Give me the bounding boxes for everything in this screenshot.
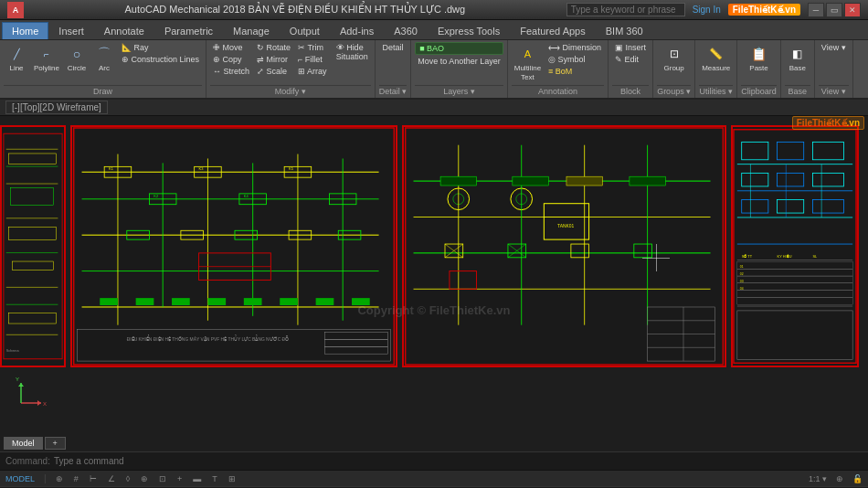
status-workspace[interactable]: ⊕: [834, 474, 845, 483]
site-logo: FileThiếtKế.vn: [728, 4, 800, 16]
svg-text:K2: K2: [153, 194, 158, 198]
sign-in-label[interactable]: Sign In: [693, 5, 721, 15]
ribbon-group-layers: ■ BAO Move to Another Layer Layers ▾: [411, 40, 508, 98]
svg-rect-105: [742, 200, 768, 214]
status-dyn[interactable]: +: [175, 474, 184, 483]
ribbon-group-clipboard: 📋 Paste Clipboard: [737, 40, 781, 98]
status-lock[interactable]: 🔓: [851, 474, 864, 483]
stretch-button[interactable]: ↔ Stretch: [210, 66, 252, 77]
multiline-text-button[interactable]: A MultilineText: [512, 42, 544, 83]
tab-bim360[interactable]: BIM 360: [596, 22, 653, 39]
tab-expresstools[interactable]: Express Tools: [428, 22, 510, 39]
svg-rect-46: [316, 298, 334, 305]
array-button[interactable]: ⊞ Array: [295, 66, 330, 77]
viewport-label[interactable]: [-][Top][2D Wireframe]: [5, 101, 108, 114]
ray-button[interactable]: 📐 Ray: [119, 42, 202, 53]
dimension-button[interactable]: ⟷ Dimension: [545, 42, 604, 53]
window-title: AutoCAD Mechanical 2018 BẢN VẼ ĐIỆN ĐIỀU…: [24, 4, 566, 16]
view-button[interactable]: View ▾: [819, 42, 849, 53]
ucs-icon: X Y: [14, 374, 50, 410]
tab-annotate[interactable]: Annotate: [94, 22, 154, 39]
line-button[interactable]: ╱ Line: [4, 42, 29, 75]
detail-button[interactable]: Detail: [379, 42, 406, 53]
svg-text:Y: Y: [16, 377, 19, 382]
svg-rect-9: [12, 261, 53, 270]
tab-addins[interactable]: Add-ins: [330, 22, 384, 39]
svg-rect-0: [4, 133, 62, 359]
rotate-button[interactable]: ↻ Rotate: [254, 42, 293, 53]
svg-rect-104: [812, 173, 843, 186]
group-button[interactable]: ⊡ Group: [662, 42, 687, 75]
circle-button[interactable]: ○ Circle: [64, 42, 90, 75]
mirror-button[interactable]: ⇌ Mirror: [254, 54, 293, 65]
drawing-area[interactable]: Schema: [0, 116, 868, 451]
svg-rect-101: [812, 142, 843, 159]
model-tab[interactable]: Model: [4, 437, 43, 450]
paste-button[interactable]: 📋 Paste: [746, 42, 772, 75]
tab-featuredapps[interactable]: Featured Apps: [510, 22, 596, 39]
title-search-input[interactable]: [566, 3, 685, 16]
status-tpy[interactable]: T: [210, 474, 219, 483]
symbol-button[interactable]: ◎ Symbol: [545, 54, 604, 65]
arc-button[interactable]: ⌒ Arc: [91, 42, 117, 75]
ribbon-group-block: ▣ Insert ✎ Edit Block: [609, 40, 653, 98]
multiline-text-icon: A: [517, 44, 537, 64]
layer-bao-button[interactable]: ■ BAO: [415, 42, 503, 55]
app-logo: A: [7, 2, 24, 18]
ribbon-group-groups: ⊡ Group Groups ▾: [653, 40, 695, 98]
status-qp[interactable]: ⊞: [227, 474, 238, 483]
restore-button[interactable]: ▭: [826, 3, 842, 17]
svg-rect-119: [737, 291, 852, 298]
sheet-2: ĐIỀU KHIỂN ĐIỆN HỆ THỐNG MÁY VẶN PVF HỆ …: [70, 125, 397, 367]
ribbon-group-draw: ╱ Line ⌐ Polyline ○ Circle ⌒ Arc 📐 Ray ⊕…: [0, 40, 206, 98]
tab-parametric[interactable]: Parametric: [154, 22, 223, 39]
measure-button[interactable]: 📏 Measure: [699, 42, 733, 75]
hide-situation-button[interactable]: 👁 HideSituation: [333, 42, 371, 62]
status-isnap[interactable]: ◊: [124, 474, 132, 483]
status-snap[interactable]: ⊕: [54, 474, 65, 483]
construction-lines-button[interactable]: ⊕ Construction Lines: [119, 54, 202, 65]
status-annotation-scale[interactable]: 1:1 ▾: [807, 474, 829, 483]
ribbon-group-base: ◧ Base Base: [781, 40, 815, 98]
command-input[interactable]: [54, 456, 863, 466]
block-insert-button[interactable]: ▣ Insert: [612, 42, 649, 53]
trim-button[interactable]: ✂ Trim: [295, 42, 330, 53]
status-polar[interactable]: ∠: [106, 474, 117, 483]
move-to-layer-button[interactable]: Move to Another Layer: [415, 56, 503, 67]
svg-text:ĐIỀU KHIỂN ĐIỆN HỆ THỐNG MÁY V: ĐIỀU KHIỂN ĐIỆN HỆ THỐNG MÁY VẶN PVF HỆ …: [127, 334, 289, 342]
svg-rect-86: [450, 271, 477, 290]
svg-rect-40: [100, 298, 118, 305]
status-model[interactable]: MODEL: [4, 474, 37, 483]
status-ducs[interactable]: ⊡: [157, 474, 168, 483]
minimize-button[interactable]: ─: [808, 3, 824, 17]
tab-a360[interactable]: A360: [384, 22, 428, 39]
svg-text:X: X: [43, 401, 47, 407]
status-ortho[interactable]: ⊢: [88, 474, 99, 483]
add-layout-tab[interactable]: +: [45, 437, 66, 450]
svg-rect-52: [324, 346, 387, 354]
arc-icon: ⌒: [94, 44, 114, 64]
scale-button[interactable]: ⤢ Scale: [254, 66, 293, 77]
status-lwt[interactable]: ▬: [191, 474, 203, 483]
cad-drawing-1: Schema: [2, 127, 64, 366]
block-edit-button[interactable]: ✎ Edit: [612, 54, 649, 65]
status-itrack[interactable]: ⊕: [139, 474, 150, 483]
move-button[interactable]: ✙ Move: [210, 42, 252, 53]
close-button[interactable]: ✕: [844, 3, 861, 17]
copy-button[interactable]: ⊕ Copy: [210, 54, 252, 65]
layers-group-label: Layers ▾: [415, 85, 503, 96]
tab-insert[interactable]: Insert: [48, 22, 94, 39]
polyline-button[interactable]: ⌐ Polyline: [31, 42, 62, 75]
tab-output[interactable]: Output: [280, 22, 330, 39]
bom-button[interactable]: ≡ BoM: [545, 66, 604, 77]
cad-drawing-3: TANK01: [404, 127, 725, 366]
base-button[interactable]: ◧ Base: [785, 42, 810, 75]
status-grid[interactable]: #: [72, 474, 80, 483]
fillet-button[interactable]: ⌐ Fillet: [295, 54, 330, 65]
sheet-3: TANK01: [402, 125, 726, 367]
tab-home[interactable]: Home: [2, 22, 48, 39]
svg-text:Schema: Schema: [6, 349, 20, 353]
svg-rect-43: [207, 298, 226, 305]
tab-manage[interactable]: Manage: [223, 22, 280, 39]
sheet-1: Schema: [0, 125, 66, 367]
